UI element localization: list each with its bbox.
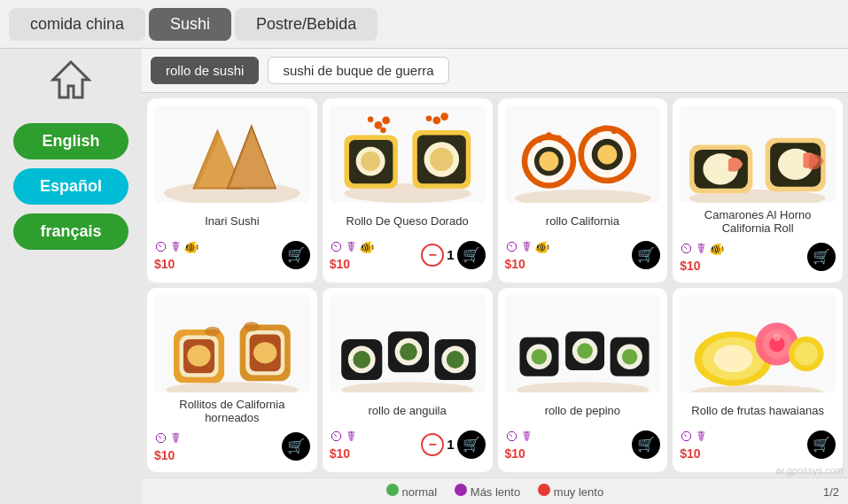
product-image <box>505 105 661 203</box>
clock-icon: ⏲ <box>154 430 168 446</box>
add-cart-btn[interactable]: 🛒 <box>807 243 836 271</box>
svg-point-15 <box>374 121 382 129</box>
product-price: $10 <box>154 257 198 271</box>
watermark: ar.gpossys.com <box>776 465 844 476</box>
svg-point-61 <box>400 343 417 361</box>
product-icons: ⏲☤ <box>330 428 356 445</box>
clock-icon: ⏲ <box>330 239 344 255</box>
speed-very-slow: muy lento <box>538 484 603 499</box>
product-name: Rollo de frutas hawaianas <box>691 398 824 423</box>
svg-point-32 <box>546 132 552 138</box>
product-card: Rollitos de California horneados⏲☤$10🛒 <box>147 288 317 472</box>
product-right: 🛒 <box>282 432 310 461</box>
leaf-icon: ☤ <box>522 238 532 255</box>
sidebar: English Español français <box>0 49 142 504</box>
tab-postre-bebida[interactable]: Postre/Bebida <box>235 8 377 41</box>
product-bottom: ⏲☤$10−1🛒 <box>330 428 486 461</box>
leaf-icon: ☤ <box>696 428 706 445</box>
product-name: rollo de anguila <box>369 398 447 423</box>
product-image <box>330 295 486 392</box>
svg-point-68 <box>531 349 547 365</box>
product-left: ⏲☤$10 <box>330 428 356 461</box>
lang-francais-btn[interactable]: français <box>13 213 128 250</box>
add-cart-btn[interactable]: 🛒 <box>807 430 836 459</box>
svg-point-17 <box>368 116 374 122</box>
product-price: $10 <box>680 259 724 273</box>
product-name: Inari Sushi <box>205 208 259 233</box>
fish-icon: 🐠 <box>183 240 198 254</box>
leaf-icon: ☤ <box>522 428 532 445</box>
svg-point-71 <box>577 343 593 359</box>
product-bottom: ⏲☤$10🛒 <box>154 430 310 462</box>
product-name: Camarones Al Horno California Roll <box>680 208 836 235</box>
product-price: $10 <box>505 257 549 271</box>
home-icon[interactable] <box>49 58 93 110</box>
fish-icon: 🐠 <box>359 240 374 254</box>
product-left: ⏲☤$10 <box>680 428 706 461</box>
svg-point-14 <box>430 147 453 170</box>
product-card: rollo California⏲☤🐠$10🛒 <box>498 98 668 283</box>
product-bottom: ⏲☤$10🛒 <box>505 428 661 461</box>
product-left: ⏲☤$10 <box>154 430 181 462</box>
qty-number: 1 <box>447 437 454 452</box>
speed-normal: normal <box>386 484 437 499</box>
add-cart-btn[interactable]: 🛒 <box>632 241 660 269</box>
product-image <box>330 105 486 203</box>
qty-minus-btn[interactable]: − <box>421 433 444 456</box>
tab-comida-china[interactable]: comida china <box>9 8 145 41</box>
subtab-rollo-sushi[interactable]: rollo de sushi <box>151 57 259 84</box>
product-card: Rollo de frutas hawaianas⏲☤$10🛒 <box>673 288 843 472</box>
lang-espanol-btn[interactable]: Español <box>13 168 128 205</box>
product-card: Inari Sushi⏲☤🐠$10🛒 <box>147 98 317 283</box>
product-card: Camarones Al Horno California Roll⏲☤🐠$10… <box>673 98 843 283</box>
lang-english-btn[interactable]: English <box>13 123 128 159</box>
svg-point-84 <box>795 342 818 365</box>
svg-point-64 <box>447 351 464 368</box>
svg-point-52 <box>253 342 276 363</box>
add-cart-btn[interactable]: 🛒 <box>457 430 486 459</box>
purple-dot <box>455 484 467 496</box>
product-icons: ⏲☤🐠 <box>505 238 549 255</box>
product-name: rollo California <box>546 208 619 233</box>
page-indicator: 1/2 <box>823 485 839 499</box>
svg-point-26 <box>539 151 558 171</box>
product-name: Rollitos de California horneados <box>154 398 310 424</box>
leaf-icon: ☤ <box>171 238 181 255</box>
product-card: Rollo De Queso Dorado⏲☤🐠$10−1🛒 <box>323 98 493 283</box>
add-cart-btn[interactable]: 🛒 <box>632 430 660 459</box>
svg-point-35 <box>601 125 607 131</box>
add-cart-btn[interactable]: 🛒 <box>282 241 310 269</box>
svg-point-30 <box>597 144 617 164</box>
product-left: ⏲☤🐠$10 <box>505 238 549 271</box>
svg-point-34 <box>591 128 597 135</box>
svg-point-48 <box>187 345 210 366</box>
svg-point-82 <box>774 333 782 341</box>
svg-point-74 <box>621 349 637 365</box>
fish-icon: 🐠 <box>709 242 724 256</box>
product-left: ⏲☤🐠$10 <box>680 240 724 273</box>
red-dot <box>538 484 550 496</box>
clock-icon: ⏲ <box>505 239 519 255</box>
tab-sushi[interactable]: Sushi <box>149 8 231 41</box>
fish-icon: 🐠 <box>534 240 549 254</box>
speed-slower: Más lento <box>455 484 520 499</box>
leaf-icon: ☤ <box>346 428 356 445</box>
subtab-sushi-buque[interactable]: sushi de buque de guerra <box>268 57 448 84</box>
product-price: $10 <box>680 446 706 461</box>
product-icons: ⏲☤ <box>505 428 532 445</box>
product-icons: ⏲☤ <box>680 428 706 445</box>
product-right: 🛒 <box>807 430 836 459</box>
product-right: 🛒 <box>282 241 310 269</box>
product-card: rollo de anguila⏲☤$10−1🛒 <box>323 288 493 472</box>
add-cart-btn[interactable]: 🛒 <box>457 241 486 269</box>
qty-number: 1 <box>447 247 454 262</box>
svg-point-44 <box>166 382 298 392</box>
svg-point-54 <box>244 322 260 331</box>
add-cart-btn[interactable]: 🛒 <box>282 432 310 461</box>
clock-icon: ⏲ <box>680 241 694 257</box>
leaf-icon: ☤ <box>696 240 706 257</box>
qty-minus-btn[interactable]: − <box>421 244 444 267</box>
product-price: $10 <box>330 446 356 461</box>
product-left: ⏲☤$10 <box>505 428 532 461</box>
svg-point-58 <box>353 351 370 368</box>
